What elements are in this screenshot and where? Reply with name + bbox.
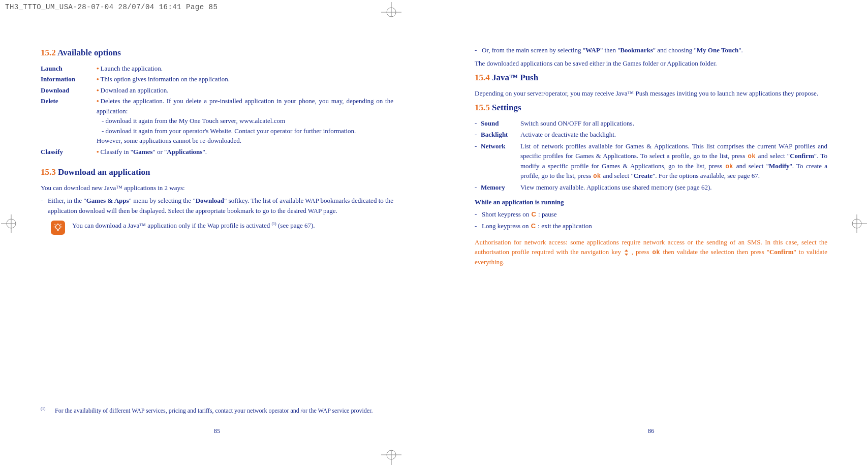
setting-network: - Network List of network profiles avail…	[475, 141, 827, 181]
setting-text: Activate or deactivate the backlight.	[520, 130, 827, 140]
heading-num: 15.3	[41, 167, 56, 177]
setting-label: Backlight	[481, 130, 520, 140]
option-download: Download •Download an application.	[41, 85, 393, 96]
navigation-key-icon	[624, 250, 629, 256]
authorisation-note: Authorisation for network access: some a…	[475, 237, 827, 267]
ok-key-icon: ok	[725, 163, 733, 170]
setting-text: View memory available. Applications use …	[520, 182, 827, 193]
heading-15-2: 15.2 Available options	[41, 46, 393, 59]
page-right: - Or, from the main screen by selecting …	[434, 28, 868, 466]
tip-text: You can download a Java™ application onl…	[72, 221, 393, 231]
option-label: Delete	[41, 96, 97, 146]
tip-callout: You can download a Java™ application onl…	[51, 221, 393, 235]
svg-line-19	[60, 224, 61, 225]
setting-text: List of network profiles available for G…	[520, 141, 827, 181]
footnote-mark: (1)	[41, 406, 50, 415]
heading-text: Settings	[492, 103, 521, 112]
option-text: •Download an application.	[97, 85, 393, 96]
crop-mark-top-icon	[376, 2, 407, 22]
setting-label: Sound	[481, 118, 520, 129]
footnote: (1) For the availability of different WA…	[41, 406, 393, 415]
setting-label: Memory	[481, 182, 520, 193]
ok-key-icon: ok	[593, 172, 601, 179]
option-label: Classify	[41, 147, 97, 157]
heading-num: 15.2	[41, 48, 56, 57]
ok-key-icon: ok	[652, 248, 661, 256]
option-label: Launch	[41, 64, 97, 74]
option-label: Download	[41, 85, 97, 96]
heading-15-5: 15.5 Settings	[475, 101, 827, 114]
heading-15-3: 15.3 Download an application	[41, 166, 393, 179]
subheading-running: While an application is running	[475, 197, 827, 207]
svg-marker-21	[625, 254, 628, 256]
document-spread: TH3_TTTO_UM_USA-28-07-04 28/07/04 16:41 …	[0, 0, 868, 466]
tip-lightbulb-icon	[51, 221, 65, 235]
download-method-2: - Or, from the main screen by selecting …	[475, 45, 827, 55]
c-key-icon: C	[531, 222, 536, 230]
setting-memory: - Memory View memory available. Applicat…	[475, 182, 827, 193]
intro-text: You can download new Java™ applications …	[41, 183, 393, 193]
print-header: TH3_TTTO_UM_USA-28-07-04 28/07/04 16:41 …	[5, 3, 218, 11]
option-label: Information	[41, 74, 97, 84]
setting-sound: - Sound Switch sound ON/OFF for all appl…	[475, 118, 827, 129]
option-classify: Classify •Classify in "Games" or "Applic…	[41, 147, 393, 157]
c-key-icon: C	[531, 210, 536, 218]
heading-num: 15.5	[475, 103, 490, 112]
setting-text: Switch sound ON/OFF for all applications…	[520, 118, 827, 129]
download-method-1: - Either, in the "Games & Apps" menu by …	[41, 196, 393, 215]
option-text: •Classify in "Games" or "Applications".	[97, 147, 393, 157]
option-text: •This option gives information on the ap…	[97, 74, 393, 84]
running-long-press: - Long keypress on C : exit the applicat…	[475, 221, 827, 231]
option-text: •Launch the application.	[97, 64, 393, 74]
option-delete: Delete •Deletes the application. If you …	[41, 96, 393, 146]
option-information: Information •This option gives informati…	[41, 74, 393, 84]
running-short-press: - Short keypress on C : pause	[475, 209, 827, 220]
option-text: •Deletes the application. If you delete …	[97, 96, 393, 146]
page-number: 85	[0, 426, 434, 436]
page-left: 15.2 Available options Launch •Launch th…	[0, 28, 434, 466]
ok-key-icon: ok	[748, 152, 756, 160]
heading-text: Download an application	[58, 167, 150, 177]
svg-point-12	[56, 225, 60, 229]
body-text: The downloaded applications can be saved…	[475, 58, 827, 69]
body-text: Depending on your server/operator, you m…	[475, 88, 827, 99]
heading-text: Available options	[57, 48, 121, 57]
heading-num: 15.4	[475, 73, 490, 82]
setting-backlight: - Backlight Activate or deactivate the b…	[475, 130, 827, 140]
heading-text: Java™ Push	[492, 73, 538, 82]
svg-line-18	[55, 224, 55, 225]
setting-label: Network	[481, 141, 520, 181]
page-number: 86	[434, 426, 868, 436]
option-launch: Launch •Launch the application.	[41, 64, 393, 74]
svg-marker-20	[625, 250, 628, 252]
heading-15-4: 15.4 Java™ Push	[475, 71, 827, 84]
footnote-text: For the availability of different WAP se…	[55, 406, 373, 415]
